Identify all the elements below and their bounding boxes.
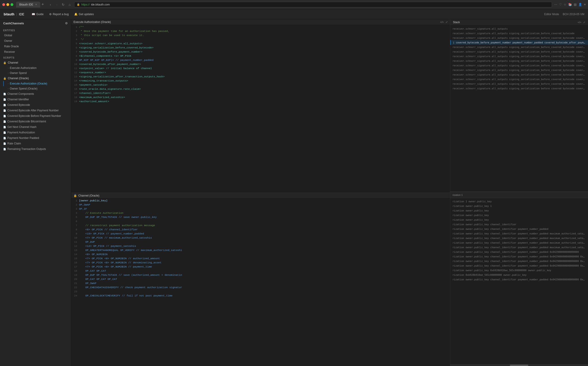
code-line: 6 [71,219,450,223]
github-icon: ⚙ [49,13,52,16]
sidebar-item-remaining-transaction[interactable]: 📄 Remaining Transaction Outputs [0,146,71,152]
line-number: 19 [71,99,79,104]
stack-channel-oracle-header: rization 1 [450,192,588,198]
line-number: 18 [71,269,79,273]
sidebar-item-owner-spend[interactable]: ◦ Owner Spend [3,70,71,76]
new-tab-button[interactable]: + [40,2,46,7]
stack-row: | covered_bytecode_before_payment_number… [450,40,588,45]
line-content: <15> OP_PICK // payment_number_padded [79,232,450,236]
line-content: <7> OP_PICK // maximum_authorized_satosh… [79,236,450,240]
menu-icon[interactable]: ≡ [584,3,586,6]
channel-oracle-editor[interactable]: 1[owner.public_key]2OP_SWAP3OP_IF4 // Ex… [71,199,450,366]
sidebar-item-covered-bytecode-after[interactable]: 📄 Covered Bytecode After Payment Number [0,108,71,113]
address-bar[interactable]: 🔒 https://ide.bitauth.com [74,2,552,7]
sidebar-item-channel-identifier[interactable]: 📄 Channel Identifier [0,97,71,102]
stack-row: rization owner.public_key channel_identi… [450,263,588,268]
entities-section-label: ENTITIES [0,27,71,33]
get-updates-nav-item[interactable]: 🔔 Get updates [71,11,97,17]
line-number: 11 [71,240,79,244]
code-line: 12<sequence_number> [71,70,450,75]
sidebar-item-owner-spend-oracle[interactable]: ◦ Owner Spend (Oracle) [3,86,71,91]
expand-icon[interactable]: ⤢ [446,21,448,24]
line-number: 17 [71,91,79,95]
sidebar-item-owner[interactable]: Owner [0,38,71,44]
home-button[interactable]: ⌂ [67,2,72,7]
close-button[interactable] [2,3,5,6]
back-button[interactable]: ‹ [47,2,53,7]
line-content: * this script can be used to execute it. [79,33,450,38]
guide-label: Guide [36,13,44,16]
sidebar-item-covered-bytecode-before[interactable]: 📄 Covered Bytecode Before Payment Number [0,113,71,119]
global-label: Global [4,34,12,37]
owner-spend-oracle-label: Owner Spend (Oracle) [10,87,38,90]
stack-row: receiver.schnorr_signature.all_outputs [450,26,588,31]
code-line: 16<rate_oracle.data_signature.rate_claim… [71,87,450,91]
code-line: 11 OP_DUP [71,240,450,244]
line-number: 3 [71,207,79,211]
line-content: // Execute Authorization [79,211,450,215]
line-number: 24 [71,294,79,298]
sidebar-item-payment-authorization[interactable]: 📄 Payment Authorization [0,130,71,135]
report-bug-nav-item[interactable]: ⚙ Report a bug [46,11,71,17]
forward-button[interactable]: › [54,2,60,7]
line-number: 7 [71,223,79,228]
stack-row: rization owner.public_key channel_identi… [450,240,588,245]
line-content: OP_IF [79,207,450,211]
sidebar-item-rate-claim[interactable]: 📄 Rate Claim [0,141,71,146]
code-line: 23 [71,290,450,294]
sidebar-toggle-icon[interactable]: ▤ [574,3,577,6]
channel-group-header[interactable]: 🔒 Channel [3,60,71,65]
code-view-icon[interactable]: </> [440,21,444,24]
line-content: <7> OP_PICK <8> OP_NUM2BIN // authorized… [79,257,450,261]
scrollbar-area[interactable] [450,364,588,366]
star-icon: ☆ [564,3,566,6]
sidebar-item-channel-components[interactable]: 📄 Channel Components [0,91,71,97]
line-content: */ [79,38,450,42]
sidebar-item-get-next-channel-hash[interactable]: 📄 Get Next Channel Hash [0,124,71,130]
line-content: OP_DUP [79,240,450,244]
tab-close-icon[interactable]: ✕ [35,3,37,6]
channel-oracle-section: 🔒 Channel (Oracle) 1[owner.public_key]2O… [71,193,450,366]
line-content: <rate_oracle.data_signature.rate_claim> [79,87,450,91]
execute-auth-editor[interactable]: 1/**2 * Once the payment time for an aut… [71,25,450,193]
maximize-button[interactable] [11,3,13,6]
channel-oracle-title-bar: 🔒 Channel (Oracle) [71,193,450,199]
stack-row: rization owner.public_key [450,213,588,217]
editor-mode-label: Editor Mode [544,13,559,16]
guide-nav-item[interactable]: 📖 Guide [29,11,46,17]
settings-icon[interactable]: ⚙ [65,22,68,25]
sidebar-item-execute-auth-oracle[interactable]: ◦ Execute Authorization (Oracle) [3,81,71,86]
url-label: ide.bitauth.com [91,3,110,6]
stack-expand-icon[interactable]: ⤢ [583,21,585,24]
code-line: 17 <7> OP_PICK <8> OP_NUM2BIN // payment… [71,265,450,269]
report-label: Report a bug [53,13,69,16]
stack-oracle-section-label: rization 1 [452,194,463,196]
channel-oracle-group-header[interactable]: 🔒 Channel (Oracle) [3,76,71,81]
sidebar-item-global[interactable]: Global [0,33,71,38]
line-content: <8> OP_NUM2BIN [79,252,450,257]
line-content: OP_DUP OP_TOALTSTACK // save (authorized… [79,273,450,277]
code-line: 2 * Once the payment time for an authori… [71,29,450,33]
line-content: [owner.public_key] [79,199,450,203]
sidebar-item-payment-number-padded[interactable]: 📄 Payment Number Padded [0,135,71,141]
line-content: <covered_bytecode_after_payment_number> [79,62,450,66]
file-icon-covered-bytecode-after: 📄 [3,109,6,112]
sidebar-item-rate-oracle[interactable]: Rate Oracle [0,44,71,49]
sidebar-item-receiver[interactable]: Receiver [0,49,71,55]
sidebar-item-execute-auth[interactable]: ◦ Execute Authorization [3,65,71,70]
stack-row: rization owner.public_key 1 [450,204,588,208]
active-tab[interactable]: Bitauth IDE ✕ [16,2,40,8]
stack-title: Stack [453,21,460,24]
line-content: <sequence_number> [79,70,450,75]
line-content: <signing_serialization_before_covered_by… [79,46,450,50]
line-content: OP_CAT OP_CAT OP_CAT [79,277,450,281]
reload-button[interactable]: ↻ [61,2,66,7]
code-line: 10<covered_bytecode_after_payment_number… [71,62,450,66]
minimize-button[interactable] [7,3,9,6]
code-line: 1/** [71,25,450,29]
line-content: <channel_identifier> [79,91,450,95]
sidebar-item-covered-bytecode-varint[interactable]: 📄 Covered Bytecode BitcoinVarint [0,119,71,124]
sidebar-item-covered-bytecode[interactable]: 📄 Covered Bytecode [0,102,71,108]
line-number: 5 [71,215,79,219]
line-content: <covered_bytecode_before_payment_number> [79,50,450,54]
